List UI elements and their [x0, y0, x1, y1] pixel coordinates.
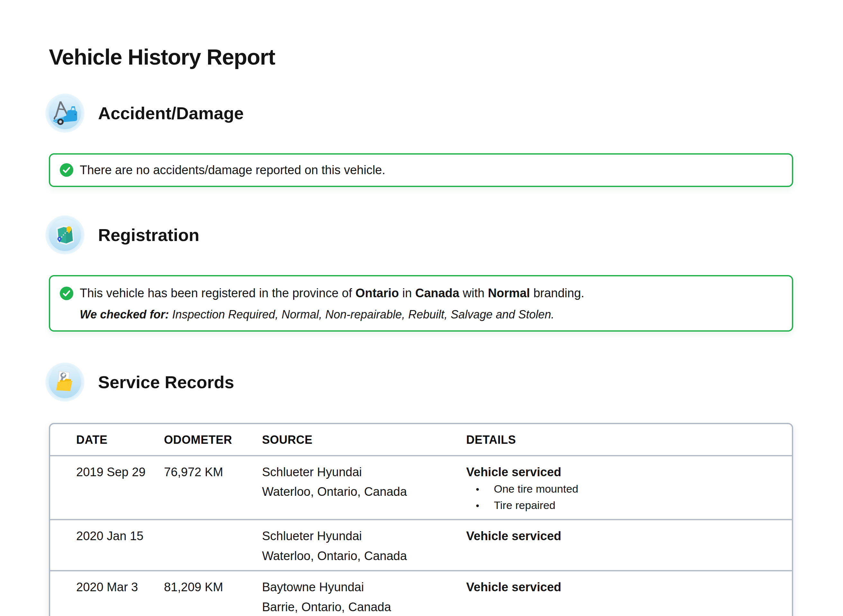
registration-heading: Registration [98, 226, 199, 243]
record-odometer: 76,972 KM [164, 465, 262, 480]
column-header-details: DETAILS [466, 433, 792, 446]
record-odometer: 81,209 KM [164, 580, 262, 594]
record-details: Vehicle serviced [466, 580, 792, 594]
section-accident-damage-header: Accident/Damage [49, 94, 793, 133]
record-source: Baytowne Hyundai Barrie, Ontario, Canada [262, 580, 466, 614]
bullet-glyph: • [476, 484, 494, 495]
registration-text-post: branding. [530, 286, 584, 300]
record-source: Schlueter Hyundai Waterloo, Ontario, Can… [262, 465, 466, 499]
checked-for-label: We checked for: [80, 308, 169, 321]
column-header-source: SOURCE [262, 433, 466, 446]
record-date: 2019 Sep 29 [50, 465, 164, 480]
accident-status-text: There are no accidents/damage reported o… [80, 162, 385, 178]
service-records-heading: Service Records [98, 373, 234, 391]
registration-status-box: This vehicle has been registered in the … [49, 275, 793, 331]
source-name: Schlueter Hyundai [262, 529, 466, 543]
source-name: Schlueter Hyundai [262, 465, 466, 480]
check-circle-icon [60, 163, 73, 177]
registration-text-mid2: with [460, 286, 488, 300]
details-title: Vehicle serviced [466, 465, 792, 480]
details-item-text: Tire repaired [494, 499, 555, 512]
column-header-odometer: ODOMETER [164, 433, 262, 446]
check-circle-icon [60, 287, 73, 300]
tow-truck-icon [49, 97, 81, 129]
service-records-table: DATE ODOMETER SOURCE DETAILS 2019 Sep 29… [49, 423, 793, 616]
section-registration-header: Registration [49, 215, 793, 255]
source-location: Waterloo, Ontario, Canada [262, 485, 466, 499]
map-route-icon [49, 219, 81, 251]
source-name: Baytowne Hyundai [262, 580, 466, 594]
details-title: Vehicle serviced [466, 580, 792, 594]
accident-damage-heading: Accident/Damage [98, 104, 244, 122]
checked-for-items: Inspection Required, Normal, Non-repaira… [169, 308, 554, 321]
record-date: 2020 Jan 15 [50, 529, 164, 543]
registration-icon-halo [46, 215, 85, 255]
registration-text-pre: This vehicle has been registered in the … [80, 286, 355, 300]
accident-status-box: There are no accidents/damage reported o… [49, 153, 793, 187]
folder-wrench-icon [49, 366, 81, 398]
details-item-text: One tire mounted [494, 483, 579, 496]
bullet-glyph: • [476, 500, 494, 512]
record-source: Schlueter Hyundai Waterloo, Ontario, Can… [262, 529, 466, 563]
source-location: Barrie, Ontario, Canada [262, 600, 466, 615]
source-location: Waterloo, Ontario, Canada [262, 549, 466, 563]
record-details: Vehicle serviced [466, 529, 792, 543]
registration-status-text: This vehicle has been registered in the … [80, 286, 584, 300]
registration-text-mid1: in [399, 286, 416, 300]
registration-branding: Normal [488, 286, 530, 300]
service-record-row: 2019 Sep 29 76,972 KM Schlueter Hyundai … [50, 455, 792, 519]
service-table-header-row: DATE ODOMETER SOURCE DETAILS [50, 424, 792, 455]
column-header-date: DATE [50, 433, 164, 446]
registration-province: Ontario [355, 286, 399, 300]
details-item: • One tire mounted [466, 483, 792, 496]
registration-country: Canada [415, 286, 459, 300]
registration-checked-line: We checked for: Inspection Required, Nor… [80, 307, 584, 322]
vehicle-history-report-page: Vehicle History Report Acc [0, 0, 843, 616]
section-service-records-header: Service Records [49, 362, 793, 402]
details-item: • Tire repaired [466, 499, 792, 512]
service-record-row: 2020 Mar 3 81,209 KM Baytowne Hyundai Ba… [50, 570, 792, 616]
page-title: Vehicle History Report [49, 45, 793, 69]
service-record-row: 2020 Jan 15 Schlueter Hyundai Waterloo, … [50, 519, 792, 570]
service-icon-halo [46, 362, 85, 402]
record-date: 2020 Mar 3 [50, 580, 164, 594]
details-title: Vehicle serviced [466, 529, 792, 543]
details-list: • One tire mounted • Tire repaired [466, 483, 792, 512]
accident-icon-halo [46, 94, 85, 133]
record-details: Vehicle serviced • One tire mounted • Ti… [466, 465, 792, 512]
